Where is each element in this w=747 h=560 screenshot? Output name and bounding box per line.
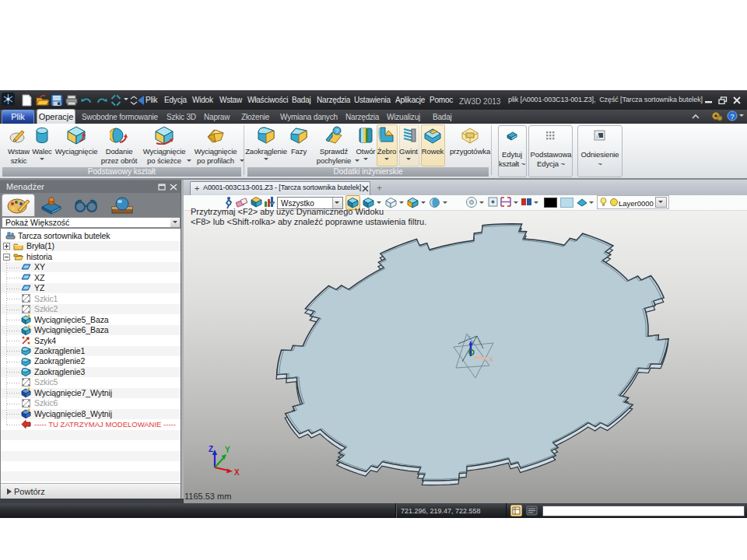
svg-text:Y: Y (478, 339, 482, 346)
svg-text:X: X (234, 468, 240, 477)
svg-text:?: ? (335, 128, 339, 135)
svg-text:Z: Z (467, 334, 471, 341)
svg-text:Y: Y (225, 446, 230, 454)
svg-text:X: X (489, 355, 493, 363)
svg-text:Z: Z (209, 445, 213, 453)
svg-text:?: ? (730, 113, 734, 121)
